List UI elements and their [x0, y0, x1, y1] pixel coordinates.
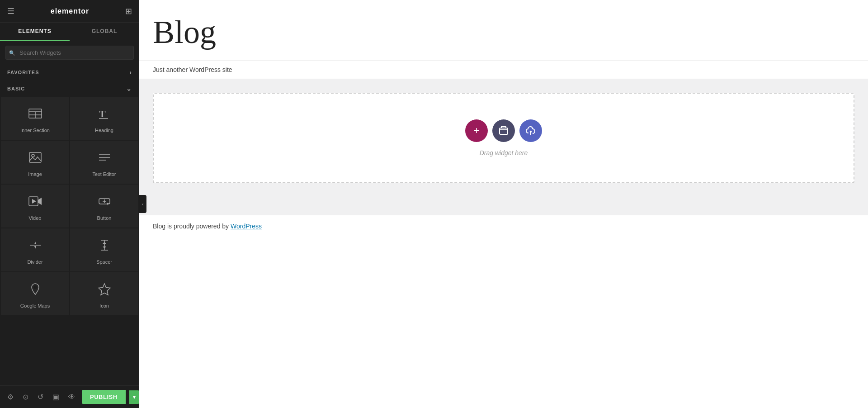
sidebar-header: ☰ elementor ⊞: [0, 0, 139, 23]
subtitle-text: Just another WordPress site: [153, 66, 232, 73]
svg-rect-7: [29, 152, 41, 162]
spacer-label: Spacer: [96, 259, 112, 265]
menu-icon[interactable]: ☰: [7, 6, 14, 16]
search-wrapper: [5, 46, 134, 60]
svg-marker-28: [99, 284, 110, 295]
widget-image[interactable]: Image: [1, 141, 69, 184]
widget-divider[interactable]: Divider: [1, 228, 69, 271]
footer-text: Blog is proudly powered by: [153, 223, 231, 230]
svg-marker-25: [103, 242, 106, 244]
subtitle-bar: Just another WordPress site: [139, 61, 868, 79]
button-icon: [97, 194, 112, 212]
google-maps-label: Google Maps: [20, 303, 50, 308]
widget-icon[interactable]: Icon: [70, 272, 138, 315]
icon-widget-icon: [97, 282, 112, 299]
text-editor-icon: [97, 150, 112, 168]
svg-point-27: [34, 286, 37, 289]
svg-marker-13: [38, 198, 42, 205]
heading-label: Heading: [95, 128, 113, 133]
widgets-grid: Inner Section T Heading Image: [0, 97, 139, 315]
google-maps-icon: [28, 282, 42, 299]
tab-global[interactable]: GLOBAL: [70, 23, 139, 41]
inner-section-label: Inner Section: [20, 128, 50, 133]
history-icon[interactable]: ↺: [35, 390, 46, 404]
footer-link[interactable]: WordPress: [231, 223, 262, 230]
spacer-icon: [97, 238, 112, 256]
sidebar-logo: elementor: [51, 7, 89, 15]
image-label: Image: [28, 171, 42, 177]
svg-marker-20: [34, 242, 36, 244]
favorites-arrow: ›: [129, 69, 132, 76]
divider-icon: [28, 238, 42, 256]
settings-icon[interactable]: ⚙: [5, 390, 16, 404]
video-label: Video: [29, 215, 42, 221]
publish-button[interactable]: PUBLISH: [82, 390, 126, 404]
widget-text-editor[interactable]: Text Editor: [70, 141, 138, 184]
main-content: Blog Just another WordPress site +: [139, 0, 868, 408]
blog-title: Blog: [153, 14, 854, 51]
widget-heading[interactable]: T Heading: [70, 97, 138, 140]
section-favorites[interactable]: FAVORITES ›: [0, 64, 139, 81]
collapse-handle[interactable]: ‹: [139, 195, 146, 213]
sidebar: ☰ elementor ⊞ ELEMENTS GLOBAL FAVORITES …: [0, 0, 139, 408]
search-input[interactable]: [5, 46, 134, 60]
widget-inner-section[interactable]: Inner Section: [1, 97, 69, 140]
sidebar-bottom: ⚙ ⊙ ↺ ▣ 👁 PUBLISH ▾: [0, 385, 139, 408]
sidebar-tabs: ELEMENTS GLOBAL: [0, 23, 139, 41]
drop-zone-actions: +: [465, 119, 542, 142]
basic-arrow: ⌄: [126, 85, 132, 92]
drop-zone[interactable]: +: [153, 93, 854, 183]
add-cloud-button[interactable]: [519, 119, 542, 142]
heading-icon: T: [97, 106, 112, 124]
divider-label: Divider: [27, 259, 42, 265]
search-bar: [0, 41, 139, 64]
svg-point-8: [32, 154, 34, 157]
canvas-footer: Blog is proudly powered by WordPress: [139, 215, 868, 237]
eye-icon[interactable]: 👁: [66, 390, 78, 404]
svg-marker-21: [34, 246, 36, 249]
publish-dropdown-button[interactable]: ▾: [129, 390, 139, 404]
drag-hint: Drag widget here: [480, 149, 528, 157]
tab-elements[interactable]: ELEMENTS: [0, 23, 70, 41]
image-icon: [28, 150, 42, 168]
section-basic[interactable]: BASIC ⌄: [0, 81, 139, 97]
widget-button[interactable]: Button: [70, 185, 138, 228]
blog-title-section: Blog: [139, 0, 868, 61]
video-icon: [28, 194, 42, 212]
svg-marker-26: [103, 247, 106, 248]
add-template-button[interactable]: [492, 119, 515, 142]
layers-icon[interactable]: ⊙: [20, 390, 31, 404]
text-editor-label: Text Editor: [93, 171, 116, 177]
svg-text:T: T: [99, 108, 106, 119]
svg-marker-14: [32, 199, 36, 204]
widget-video[interactable]: Video: [1, 185, 69, 228]
inner-section-icon: [28, 106, 42, 124]
basic-label: BASIC: [7, 86, 25, 91]
widget-google-maps[interactable]: Google Maps: [1, 272, 69, 315]
svg-rect-29: [500, 128, 508, 134]
widget-spacer[interactable]: Spacer: [70, 228, 138, 271]
responsive-icon[interactable]: ▣: [50, 390, 62, 404]
button-label: Button: [97, 215, 112, 221]
grid-icon[interactable]: ⊞: [125, 6, 132, 16]
canvas: Blog Just another WordPress site +: [139, 0, 868, 408]
favorites-label: FAVORITES: [7, 70, 39, 75]
add-widget-button[interactable]: +: [465, 119, 488, 142]
drop-zone-container: +: [139, 79, 868, 215]
icon-label: Icon: [99, 303, 109, 308]
